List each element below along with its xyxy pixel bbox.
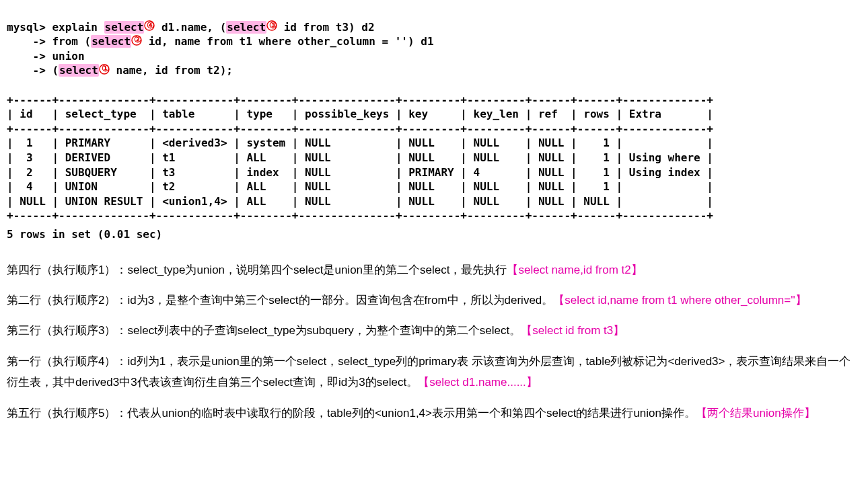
table-row: | NULL | UNION RESULT | <union1,4> | ALL… <box>7 195 713 208</box>
highlight-select-4: select <box>104 21 145 34</box>
table-header-row: | id | select_type | table | type | poss… <box>7 108 713 120</box>
explain-row-3: 第三行（执行顺序3）：select列表中的子查询select_type为subq… <box>7 320 861 341</box>
mysql-prompt: mysql> <box>7 21 52 34</box>
explain-row-2: 第二行（执行顺序2）：id为3，是整个查询中第三个select的一部分。因查询包… <box>7 290 861 311</box>
table-border: +------+--------------+------------+----… <box>7 122 713 135</box>
annotation-circle-2: ② <box>131 34 142 44</box>
sql-fragment: 【两个结果union操作】 <box>696 407 816 420</box>
table-border: +------+--------------+------------+----… <box>7 209 713 222</box>
sql-fragment: 【select d1.name......】 <box>418 376 538 389</box>
sql-fragment: 【select name,id from t2】 <box>507 264 642 276</box>
highlight-select-1: select <box>59 64 99 77</box>
annotation-circle-3: ③ <box>266 20 277 30</box>
explain-result-table: +------+--------------+------------+----… <box>7 78 861 223</box>
table-row: | 2 | SUBQUERY | t3 | index | NULL | PRI… <box>7 166 713 179</box>
explain-row-1: 第一行（执行顺序4）：id列为1，表示是union里的第一个select，sel… <box>7 351 861 393</box>
annotation-circle-4: ④ <box>144 20 155 30</box>
highlight-select-3: select <box>226 21 266 34</box>
sql-query-block: mysql> explain select④ d1.name, (select③… <box>7 5 861 78</box>
explain-row-5: 第五行（执行顺序5）：代表从union的临时表中读取行的阶段，table列的<u… <box>7 403 861 424</box>
result-footer: 5 rows in set (0.01 sec) <box>7 227 861 242</box>
table-row: | 4 | UNION | t2 | ALL | NULL | NULL | N… <box>7 180 713 193</box>
sql-fragment: 【select id,name from t1 where other_colu… <box>553 294 806 307</box>
sql-fragment: 【select id from t3】 <box>521 324 624 337</box>
annotation-circle-1: ① <box>99 63 110 73</box>
explanation-block: 第四行（执行顺序1）：select_type为union，说明第四个select… <box>7 260 861 424</box>
table-row: | 3 | DERIVED | t1 | ALL | NULL | NULL |… <box>7 151 713 164</box>
highlight-select-2: select <box>91 35 131 48</box>
table-border: +------+--------------+------------+----… <box>7 93 713 106</box>
table-row: | 1 | PRIMARY | <derived3> | system | NU… <box>7 136 713 149</box>
explain-row-4: 第四行（执行顺序1）：select_type为union，说明第四个select… <box>7 260 861 280</box>
